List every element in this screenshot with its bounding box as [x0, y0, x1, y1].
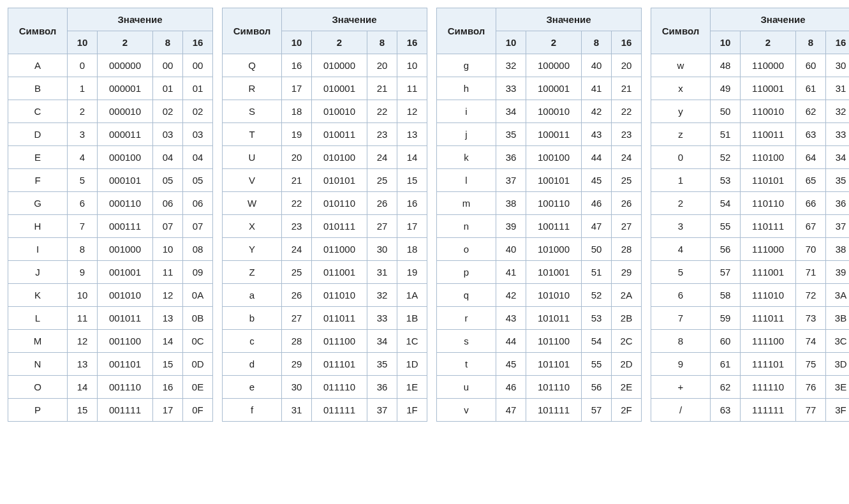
cell-symbol: c: [223, 330, 282, 353]
cell-bin: 001011: [98, 307, 153, 330]
cell-bin: 111110: [741, 376, 796, 399]
table-row: c28011100341C: [223, 330, 427, 353]
cell-hex: 26: [612, 192, 642, 215]
cell-symbol: I: [8, 238, 68, 261]
cell-dec: 44: [496, 330, 526, 353]
table-row: l371001014525: [437, 169, 642, 192]
table-row: B10000010101: [8, 77, 213, 100]
table-row: K10001010120A: [8, 284, 213, 307]
table-row: j351000114323: [437, 123, 642, 146]
cell-oct: 55: [582, 353, 612, 376]
cell-hex: 2A: [612, 284, 642, 307]
table-row: 2541101106636: [651, 192, 850, 215]
table-row: Z250110013119: [223, 261, 427, 284]
cell-dec: 28: [282, 330, 312, 353]
cell-oct: 21: [367, 77, 397, 100]
cell-oct: 64: [796, 146, 826, 169]
table-row: e30011110361E: [223, 376, 427, 399]
cell-bin: 101000: [526, 238, 582, 261]
cell-bin: 000011: [98, 123, 153, 146]
cell-dec: 57: [711, 261, 741, 284]
cell-bin: 100011: [526, 123, 582, 146]
cell-symbol: n: [437, 215, 496, 238]
cell-oct: 70: [796, 238, 826, 261]
cell-dec: 21: [282, 169, 312, 192]
cell-symbol: k: [437, 146, 496, 169]
cell-hex: 3D: [826, 353, 850, 376]
col-header-base16: 16: [826, 31, 850, 54]
cell-dec: 53: [711, 169, 741, 192]
cell-oct: 17: [153, 399, 183, 422]
cell-dec: 29: [282, 353, 312, 376]
cell-oct: 74: [796, 330, 826, 353]
cell-symbol: U: [223, 146, 282, 169]
cell-symbol: S: [223, 100, 282, 123]
cell-dec: 36: [496, 146, 526, 169]
table-row: W220101102616: [223, 192, 427, 215]
cell-oct: 06: [153, 192, 183, 215]
cell-symbol: a: [223, 284, 282, 307]
cell-bin: 111101: [741, 353, 796, 376]
cell-oct: 05: [153, 169, 183, 192]
cell-dec: 47: [496, 399, 526, 422]
cell-hex: 1E: [397, 376, 427, 399]
cell-symbol: w: [651, 54, 711, 77]
cell-symbol: Q: [223, 54, 282, 77]
cell-dec: 2: [68, 100, 98, 123]
table-row: n391001114727: [437, 215, 642, 238]
cell-dec: 15: [68, 399, 98, 422]
cell-symbol: r: [437, 307, 496, 330]
cell-oct: 00: [153, 54, 183, 77]
table-row: G60001100606: [8, 192, 213, 215]
table-row: +62111110763E: [651, 376, 850, 399]
col-header-symbol: Символ: [223, 8, 282, 54]
cell-dec: 6: [68, 192, 98, 215]
cell-oct: 13: [153, 307, 183, 330]
table-row: y501100106232: [651, 100, 850, 123]
cell-symbol: V: [223, 169, 282, 192]
cell-bin: 001111: [98, 399, 153, 422]
cell-dec: 12: [68, 330, 98, 353]
col-header-value: Значение: [68, 8, 213, 31]
cell-symbol: o: [437, 238, 496, 261]
cell-oct: 14: [153, 330, 183, 353]
col-header-base8: 8: [367, 31, 397, 54]
cell-symbol: 5: [651, 261, 711, 284]
cell-oct: 40: [582, 54, 612, 77]
cell-dec: 33: [496, 77, 526, 100]
table-row: 961111101753D: [651, 353, 850, 376]
cell-hex: 1D: [397, 353, 427, 376]
table-row: s44101100542C: [437, 330, 642, 353]
col-header-value: Значение: [496, 8, 642, 31]
col-header-symbol: Символ: [437, 8, 496, 54]
cell-bin: 100101: [526, 169, 582, 192]
table-row: z511100116333: [651, 123, 850, 146]
cell-hex: 1F: [397, 399, 427, 422]
cell-bin: 100001: [526, 77, 582, 100]
cell-oct: 03: [153, 123, 183, 146]
cell-bin: 110110: [741, 192, 796, 215]
cell-bin: 010100: [312, 146, 367, 169]
cell-dec: 60: [711, 330, 741, 353]
table-row: 759111011733B: [651, 307, 850, 330]
cell-symbol: b: [223, 307, 282, 330]
cell-bin: 100100: [526, 146, 582, 169]
cell-bin: 001001: [98, 261, 153, 284]
table-row: g321000004020: [437, 54, 642, 77]
cell-bin: 100111: [526, 215, 582, 238]
col-header-value: Значение: [282, 8, 427, 31]
cell-oct: 72: [796, 284, 826, 307]
cell-oct: 45: [582, 169, 612, 192]
cell-bin: 101011: [526, 307, 582, 330]
table-row: M12001100140C: [8, 330, 213, 353]
cell-dec: 34: [496, 100, 526, 123]
table-row: b27011011331B: [223, 307, 427, 330]
col-header-base10: 10: [282, 31, 312, 54]
table-row: H70001110707: [8, 215, 213, 238]
table-row: Y240110003018: [223, 238, 427, 261]
cell-oct: 15: [153, 353, 183, 376]
cell-bin: 101111: [526, 399, 582, 422]
table-row: o401010005028: [437, 238, 642, 261]
cell-oct: 43: [582, 123, 612, 146]
table-row: A00000000000: [8, 54, 213, 77]
